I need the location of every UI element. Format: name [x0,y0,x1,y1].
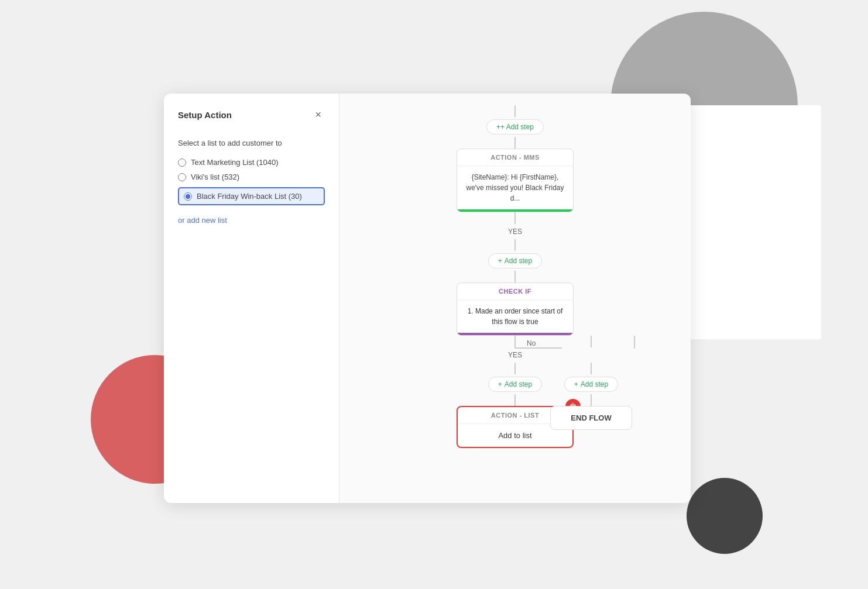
connector-line-3 [514,239,516,251]
yes-label-2: YES [508,351,522,359]
action-mms-header: ACTION - MMS [457,149,573,166]
setup-panel: Setup Action × Select a list to add cust… [164,94,339,503]
list-radio-1[interactable] [178,159,186,167]
action-mms-card[interactable]: ACTION - MMS {SiteName}: Hi {FirstName},… [457,149,574,212]
add-step-button-left[interactable]: + Add step [488,377,542,392]
branch-left-line-2 [514,363,516,374]
flow-panel: + + Add step ACTION - MMS {SiteName}: Hi… [339,94,691,503]
connector-line-4 [514,271,516,283]
radio-group: Text Marketing List (1040) Viki's list (… [178,158,325,205]
no-label: No [527,339,536,347]
setup-subtitle: Select a list to add customer to [178,139,325,147]
setup-title: Setup Action [178,110,232,120]
close-button[interactable]: × [311,108,325,122]
end-flow-card[interactable]: END FLOW [550,406,632,430]
add-step-button-right[interactable]: + Add step [564,377,618,392]
connector-line-top [514,105,516,117]
list-option-1[interactable]: Text Marketing List (1040) [178,158,325,167]
branch-right-line-1 [591,336,592,347]
plus-icon-2: + [498,257,502,265]
setup-header: Setup Action × [178,108,325,122]
branch-right-line-3 [591,394,592,406]
list-radio-2[interactable] [178,173,186,181]
branch-left-line-3 [514,394,516,406]
connector-line-2 [514,212,516,224]
check-if-footer [457,333,573,335]
add-new-list-link[interactable]: or add new list [178,216,227,225]
plus-icon: + [496,123,500,131]
plus-icon-left: + [498,380,502,388]
yes-label-1: YES [508,228,522,236]
check-if-card[interactable]: CHECK IF 1. Made an order since start of… [457,283,574,336]
list-option-3-selected[interactable]: Black Friday Win-back List (30) [178,187,325,205]
action-mms-body: {SiteName}: Hi {FirstName}, we've missed… [457,166,573,209]
list-option-2[interactable]: Viki's list (532) [178,173,325,181]
plus-icon-right: + [574,380,578,388]
list-radio-3[interactable] [184,192,192,201]
add-step-button-2[interactable]: + Add step [488,253,542,268]
add-step-button-top[interactable]: + + Add step [486,119,544,135]
action-mms-footer [457,209,573,212]
bg-decoration-dark [687,478,763,554]
check-if-header: CHECK IF [457,283,573,300]
check-if-condition: 1. Made an order since start of this flo… [457,300,573,333]
main-container: Setup Action × Select a list to add cust… [164,94,691,503]
connector-line-1 [514,137,516,149]
branch-right-line-2 [591,363,592,374]
branch-v-left [514,336,516,349]
